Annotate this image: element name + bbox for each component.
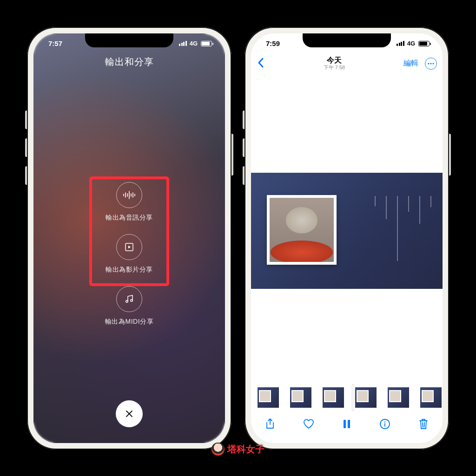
favorite-button[interactable] bbox=[302, 417, 316, 431]
filmstrip-frame[interactable] bbox=[420, 387, 442, 408]
export-as-video-button[interactable]: 輸出為影片分享 bbox=[106, 234, 153, 274]
svg-rect-15 bbox=[344, 420, 346, 428]
export-as-video-label: 輸出為影片分享 bbox=[106, 266, 153, 274]
export-as-audio-button[interactable]: 輸出為音訊分享 bbox=[106, 182, 153, 222]
delete-button[interactable] bbox=[416, 417, 430, 431]
notch bbox=[85, 33, 173, 47]
ellipsis-icon bbox=[428, 63, 434, 65]
nav-title: 今天 bbox=[324, 56, 345, 65]
phone-mockup-right: 7:59 4G 今天 下午 7:58 編輯 bbox=[245, 27, 449, 450]
svg-point-8 bbox=[126, 300, 128, 302]
music-note-icon bbox=[116, 286, 142, 312]
cat-image bbox=[270, 198, 334, 262]
play-square-icon bbox=[116, 234, 142, 260]
signal-icon bbox=[397, 41, 404, 46]
playhead[interactable] bbox=[352, 385, 354, 411]
battery-icon bbox=[201, 41, 212, 46]
export-as-audio-label: 輸出為音訊分享 bbox=[106, 214, 153, 222]
bottom-toolbar bbox=[251, 412, 443, 436]
watermark-avatar-icon bbox=[212, 443, 225, 456]
filmstrip-frame[interactable] bbox=[388, 387, 409, 408]
export-as-midi-label: 輸出為MIDI分享 bbox=[105, 318, 153, 326]
info-icon bbox=[379, 418, 390, 430]
svg-point-9 bbox=[131, 299, 133, 301]
chevron-left-icon bbox=[257, 57, 265, 69]
info-button[interactable] bbox=[378, 417, 392, 431]
close-icon bbox=[125, 409, 134, 418]
filmstrip-scrubber[interactable] bbox=[251, 386, 443, 409]
filmstrip-frame[interactable] bbox=[258, 387, 279, 408]
svg-rect-16 bbox=[348, 420, 350, 428]
video-thumbnail bbox=[267, 195, 337, 265]
notch bbox=[303, 33, 391, 47]
nav-bar: 今天 下午 7:58 編輯 bbox=[251, 52, 443, 75]
status-right: 4G bbox=[179, 40, 212, 47]
status-right: 4G bbox=[397, 40, 430, 47]
battery-icon bbox=[418, 41, 430, 46]
svg-point-12 bbox=[428, 63, 429, 64]
svg-point-14 bbox=[432, 63, 434, 64]
waveform-icon bbox=[116, 182, 142, 208]
filmstrip-frame[interactable] bbox=[323, 387, 344, 408]
export-options: 輸出為音訊分享 輸出為影片分享 bbox=[33, 182, 225, 326]
svg-line-21 bbox=[424, 423, 424, 427]
edit-button[interactable]: 編輯 bbox=[403, 59, 418, 68]
status-time: 7:59 bbox=[266, 39, 280, 47]
filmstrip-frame[interactable] bbox=[355, 387, 377, 408]
svg-point-13 bbox=[430, 63, 431, 64]
pause-button[interactable] bbox=[340, 417, 354, 431]
network-label: 4G bbox=[407, 40, 415, 47]
video-preview[interactable] bbox=[251, 173, 443, 289]
back-button[interactable] bbox=[257, 57, 265, 71]
share-icon bbox=[265, 418, 275, 430]
export-as-midi-button[interactable]: 輸出為MIDI分享 bbox=[105, 286, 153, 326]
status-time: 7:57 bbox=[48, 39, 62, 47]
share-button[interactable] bbox=[263, 417, 277, 431]
phone-mockup-left: 7:57 4G 輸出和分享 bbox=[27, 27, 231, 450]
heart-icon bbox=[303, 418, 315, 430]
close-button[interactable] bbox=[116, 400, 143, 427]
more-button[interactable] bbox=[425, 58, 437, 70]
screen-photos-app: 7:59 4G 今天 下午 7:58 編輯 bbox=[251, 33, 443, 443]
screen-export-share: 7:57 4G 輸出和分享 bbox=[33, 33, 225, 443]
page-title: 輸出和分享 bbox=[33, 56, 225, 68]
signal-icon bbox=[179, 41, 187, 46]
pause-icon bbox=[343, 419, 351, 429]
svg-point-19 bbox=[384, 421, 385, 422]
trash-icon bbox=[418, 418, 429, 430]
nav-subtitle: 下午 7:58 bbox=[324, 65, 345, 71]
waveform-ticks bbox=[375, 196, 431, 261]
nav-title-group: 今天 下午 7:58 bbox=[324, 56, 345, 71]
filmstrip-frame[interactable] bbox=[290, 387, 311, 408]
network-label: 4G bbox=[190, 40, 198, 47]
watermark-text: 塔科女子 bbox=[227, 443, 264, 456]
svg-line-20 bbox=[423, 423, 423, 427]
watermark: 塔科女子 bbox=[212, 443, 264, 456]
